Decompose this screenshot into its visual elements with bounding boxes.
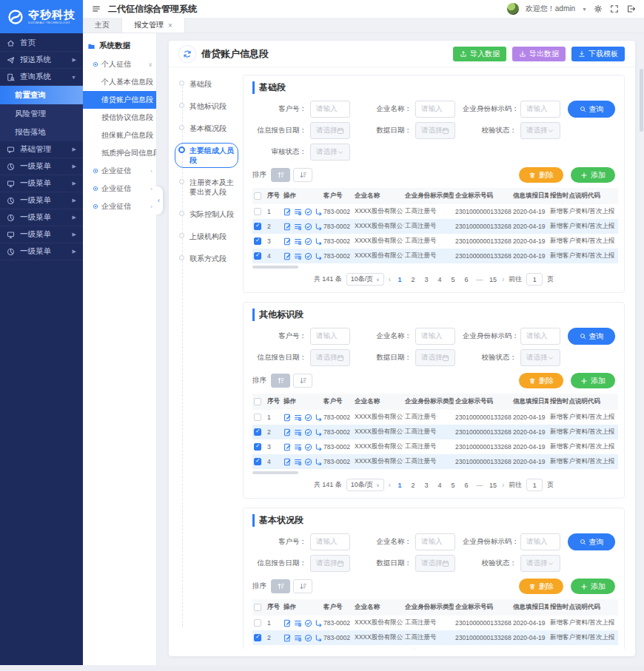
page-number[interactable]: 4: [435, 276, 444, 283]
sort-desc-button[interactable]: [293, 168, 312, 182]
add-button[interactable]: 添加: [571, 579, 615, 594]
page-number[interactable]: 2: [409, 276, 417, 283]
detail-icon[interactable]: [294, 208, 302, 216]
text-input[interactable]: 请输入: [520, 101, 560, 118]
date-picker[interactable]: 请选择: [310, 349, 350, 366]
page-number[interactable]: 5: [449, 276, 457, 283]
anchor-item-2[interactable]: 其他标识段: [179, 101, 237, 111]
page-number[interactable]: 6: [462, 276, 471, 283]
text-input[interactable]: 请输入: [310, 328, 350, 345]
reply-icon[interactable]: [315, 237, 322, 246]
row-checkbox[interactable]: [254, 208, 261, 215]
table-row[interactable]: 1783-0002XXXX股份有限公司工商注册号2301000000133268…: [252, 204, 618, 219]
tree-item-5[interactable]: 抵质押合同信息段: [83, 144, 156, 162]
sidebar-item-5[interactable]: 一级菜单▶: [0, 158, 83, 175]
page-number[interactable]: 15: [489, 276, 497, 283]
sidebar-item-9[interactable]: 一级菜单▶: [0, 226, 83, 243]
tree-item-2[interactable]: 借贷账户信息段: [83, 91, 156, 109]
welcome-text[interactable]: 欢迎您！admin: [526, 4, 575, 14]
detail-icon[interactable]: [294, 237, 302, 246]
edit-icon[interactable]: [284, 414, 292, 422]
jump-page-input[interactable]: [526, 479, 543, 491]
logout-icon[interactable]: [626, 4, 635, 13]
page-number[interactable]: 4: [435, 482, 444, 489]
delete-button[interactable]: 删除: [519, 579, 563, 594]
tree-group-1[interactable]: 个人征信∨: [83, 55, 156, 73]
edit-icon[interactable]: [284, 634, 292, 642]
add-button[interactable]: 添加: [571, 167, 615, 183]
next-page-button[interactable]: ›: [502, 275, 504, 283]
page-number[interactable]: 5: [449, 482, 457, 489]
sidebar-subitem-3[interactable]: 报告落地: [0, 123, 83, 141]
audit-icon[interactable]: [304, 619, 312, 627]
reply-icon[interactable]: [315, 252, 322, 260]
select-all-checkbox[interactable]: [254, 604, 261, 611]
page-number[interactable]: 6: [462, 482, 471, 489]
table-row[interactable]: 2783-0002XXXX股份有限公司工商注册号2301000000133268…: [252, 425, 618, 439]
audit-icon[interactable]: [304, 634, 312, 642]
reply-icon[interactable]: [315, 223, 322, 231]
date-picker[interactable]: 请选择: [415, 555, 455, 572]
anchor-item-6[interactable]: 实际控制人段: [179, 209, 237, 219]
edit-icon[interactable]: [284, 223, 292, 231]
sort-desc-button[interactable]: [293, 374, 312, 388]
close-tab-icon[interactable]: ×: [168, 21, 172, 30]
text-input[interactable]: 请输入: [415, 101, 455, 118]
sort-desc-button[interactable]: [293, 579, 312, 593]
page-number[interactable]: 1: [395, 276, 404, 283]
edit-icon[interactable]: [284, 208, 292, 216]
table-row[interactable]: 3783-0002XXXX股份有限公司工商注册号2301000000133268…: [252, 234, 618, 249]
panel-collapse-handle[interactable]: ‹: [155, 186, 163, 215]
detail-icon[interactable]: [294, 428, 302, 436]
scrollbar[interactable]: [640, 69, 643, 658]
detail-icon[interactable]: [294, 443, 302, 451]
download-template-button[interactable]: 下载模板: [571, 47, 625, 61]
sidebar-item-10[interactable]: 一级菜单▶: [0, 243, 83, 260]
reply-icon[interactable]: [315, 428, 322, 436]
detail-icon[interactable]: [294, 223, 302, 231]
reply-icon[interactable]: [315, 208, 322, 216]
sort-asc-button[interactable]: [271, 374, 290, 388]
row-checkbox[interactable]: [254, 458, 261, 465]
detail-icon[interactable]: [294, 649, 302, 650]
page-number[interactable]: 3: [422, 482, 431, 489]
menu-toggle-icon[interactable]: [92, 4, 101, 13]
edit-icon[interactable]: [284, 252, 292, 260]
audit-icon[interactable]: [304, 458, 312, 466]
sidebar-item-1[interactable]: 首页: [0, 35, 83, 52]
anchor-item-4[interactable]: 主要组成人员段: [179, 146, 237, 165]
text-input[interactable]: 请输入: [415, 328, 455, 345]
table-row[interactable]: 4783-0002XXXX股份有限公司工商注册号2301000000133268…: [252, 249, 618, 263]
page-size-select[interactable]: 10条/页∨: [346, 273, 384, 286]
select-input[interactable]: 请选择: [520, 349, 560, 366]
select-input[interactable]: 请选择: [520, 555, 560, 572]
detail-icon[interactable]: [294, 458, 302, 466]
row-checkbox[interactable]: [254, 223, 261, 230]
tree-group-2[interactable]: 企业征信›: [83, 162, 156, 180]
horizontal-scrollbar[interactable]: [252, 471, 298, 474]
prev-page-button[interactable]: ‹: [389, 481, 391, 489]
select-all-checkbox[interactable]: [254, 398, 261, 405]
date-picker[interactable]: 请选择: [415, 122, 455, 139]
table-row[interactable]: 1783-0002XXXX股份有限公司工商注册号2301000000133268…: [252, 410, 618, 425]
row-checkbox[interactable]: [254, 414, 261, 421]
next-page-button[interactable]: ›: [502, 481, 504, 489]
tree-item-1[interactable]: 个人基本信息段: [83, 73, 156, 91]
detail-icon[interactable]: [294, 619, 302, 627]
export-button[interactable]: 导出数据: [512, 47, 566, 61]
sort-asc-button[interactable]: [271, 168, 290, 182]
sidebar-item-2[interactable]: 报送系统▶: [0, 52, 83, 69]
anchor-item-5[interactable]: 注册资本及主要出资人段: [179, 178, 237, 197]
tree-item-3[interactable]: 授信协议信息段: [83, 109, 156, 127]
reply-icon[interactable]: [315, 634, 322, 642]
row-checkbox[interactable]: [254, 619, 261, 627]
search-button[interactable]: 查询: [568, 328, 615, 345]
detail-icon[interactable]: [294, 252, 302, 260]
reply-icon[interactable]: [315, 619, 322, 627]
sort-asc-button[interactable]: [271, 579, 290, 593]
prev-page-button[interactable]: ‹: [389, 275, 391, 283]
sidebar-subitem-2[interactable]: 风险管理: [0, 104, 83, 123]
edit-icon[interactable]: [284, 443, 292, 451]
tree-group-3[interactable]: 企业征信›: [83, 180, 156, 198]
delete-button[interactable]: 删除: [519, 373, 563, 388]
